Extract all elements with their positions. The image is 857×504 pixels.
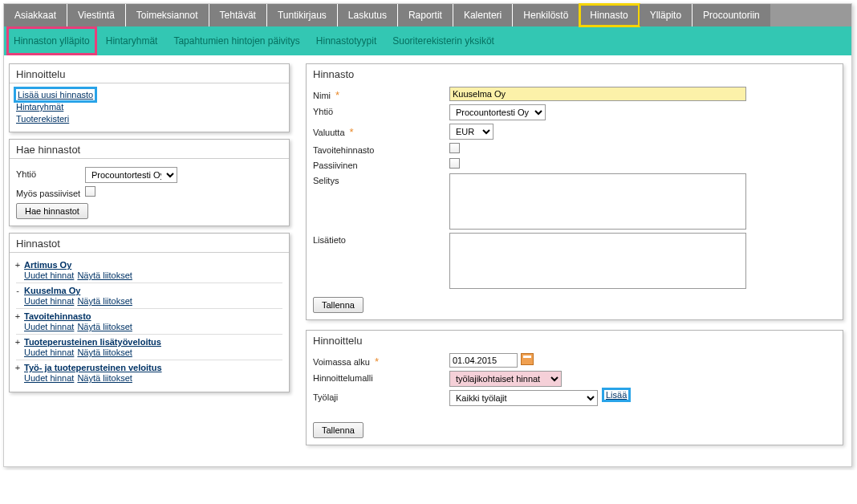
expand-toggle[interactable]: + (14, 363, 21, 372)
select-valuutta[interactable]: EUR (449, 124, 493, 140)
tab-asiakkaat[interactable]: Asiakkaat (4, 4, 67, 26)
select-tyolaji[interactable]: Kaikki työlajit (449, 390, 598, 406)
select-hinnoittelumalli[interactable]: työlajikohtaiset hinnat (449, 371, 562, 387)
textarea-selitys[interactable] (449, 173, 746, 230)
link-nayta-liitokset[interactable]: Näytä liitokset (77, 296, 132, 306)
panel-hae-hinnastot: Hae hinnastot Yhtiö Procountortesti Oy M… (9, 139, 290, 226)
textarea-lisatieto[interactable] (449, 233, 746, 289)
hinnasto-name-link[interactable]: Tavoitehinnasto (24, 311, 91, 321)
select-yhtio-right[interactable]: Procountortesti Oy (449, 104, 546, 120)
label-tyolaji: Työlaji (313, 390, 449, 402)
input-nimi[interactable] (449, 87, 746, 101)
subtab-hintaryhmat[interactable]: Hintaryhmät (101, 30, 163, 51)
tab-hinnasto[interactable]: Hinnasto (579, 4, 639, 26)
checkbox-myos-passiiviset[interactable] (85, 186, 95, 197)
hinnasto-name-link[interactable]: Tuoteperusteinen lisätyöveloitus (24, 337, 161, 347)
sub-tab-bar: Hinnaston ylläpito Hintaryhmät Tapahtumi… (4, 26, 851, 55)
btn-tallenna-1[interactable]: Tallenna (313, 297, 364, 313)
link-nayta-liitokset[interactable]: Näytä liitokset (77, 322, 132, 331)
input-voimassa-alku[interactable] (449, 353, 518, 368)
tab-kalenteri[interactable]: Kalenteri (453, 4, 513, 26)
left-column: Hinnoittelu Lisää uusi hinnasto Hintaryh… (9, 63, 290, 455)
expand-toggle[interactable]: - (14, 286, 21, 295)
hinnastot-item: +Työ- ja tuoteperusteinen veloitusUudet … (16, 360, 282, 385)
link-uudet-hinnat[interactable]: Uudet hinnat (24, 270, 74, 280)
expand-toggle[interactable]: + (14, 311, 21, 321)
hinnastot-item: +Tuoteperusteinen lisätyöveloitusUudet h… (16, 335, 282, 360)
panel-title: Hinnoittelu (10, 64, 289, 83)
btn-tallenna-2[interactable]: Tallenna (313, 422, 364, 438)
tab-tehtavat[interactable]: Tehtävät (209, 4, 267, 26)
hinnastot-item: +Artimus OyUudet hinnatNäytä liitokset (16, 258, 282, 283)
hinnastot-item: +TavoitehinnastoUudet hinnatNäytä liitok… (16, 309, 282, 335)
link-lisaa[interactable]: Lisää (604, 390, 628, 400)
panel-hinnastot-list: Hinnastot +Artimus OyUudet hinnatNäytä l… (9, 233, 290, 392)
select-yhtio[interactable]: Procountortesti Oy (85, 167, 177, 183)
subtab-suoriterekisterin-yksikot[interactable]: Suoriterekisterin yksiköt (388, 30, 499, 51)
tab-raportit[interactable]: Raportit (398, 4, 453, 26)
link-uudet-hinnat[interactable]: Uudet hinnat (24, 348, 74, 357)
link-hintaryhmat[interactable]: Hintaryhmät (16, 101, 63, 112)
label-voimassa-alku: Voimassa alku* (313, 353, 449, 368)
label-tavoitehinnasto: Tavoitehinnasto (313, 143, 449, 155)
subtab-hinnaston-yllapito[interactable]: Hinnaston ylläpito (9, 29, 95, 53)
link-lisaa-uusi-hinnasto[interactable]: Lisää uusi hinnasto (16, 89, 95, 100)
expand-toggle[interactable]: + (14, 337, 21, 347)
calendar-icon[interactable] (521, 353, 534, 365)
content-area: Hinnoittelu Lisää uusi hinnasto Hintaryh… (4, 55, 851, 466)
app-shell: Asiakkaat Viestintä Toimeksiannot Tehtäv… (3, 3, 852, 467)
panel-title: Hae hinnastot (10, 140, 289, 159)
hinnasto-name-link[interactable]: Työ- ja tuoteperusteinen veloitus (24, 363, 162, 372)
tab-yllapito[interactable]: Ylläpito (640, 4, 693, 26)
label-nimi: Nimi* (313, 87, 449, 101)
subtab-hinnastotyypit[interactable]: Hinnastotyypit (311, 30, 381, 51)
link-nayta-liitokset[interactable]: Näytä liitokset (77, 270, 132, 280)
tab-viestinta[interactable]: Viestintä (67, 4, 126, 26)
section-title: Hinnoittelu (307, 331, 843, 350)
link-uudet-hinnat[interactable]: Uudet hinnat (24, 373, 74, 383)
btn-hae-hinnastot[interactable]: Hae hinnastot (16, 203, 88, 219)
label-yhtio: Yhtiö (313, 104, 449, 116)
link-nayta-liitokset[interactable]: Näytä liitokset (77, 373, 132, 383)
label-hinnoittelumalli: Hinnoittelumalli (313, 371, 449, 383)
tab-procountoriin[interactable]: Procountoriin (693, 4, 770, 26)
label-lisatieto: Lisätieto (313, 233, 449, 245)
main-tab-bar: Asiakkaat Viestintä Toimeksiannot Tehtäv… (4, 4, 851, 26)
label-selitys: Selitys (313, 173, 449, 185)
label-yhtio: Yhtiö (16, 167, 85, 179)
link-uudet-hinnat[interactable]: Uudet hinnat (24, 322, 74, 331)
section-title: Hinnasto (307, 64, 843, 83)
section-hinnasto: Hinnasto Nimi* Yhtiö Procountortesti Oy … (306, 63, 843, 320)
link-uudet-hinnat[interactable]: Uudet hinnat (24, 296, 74, 306)
tab-tuntikirjaus[interactable]: Tuntikirjaus (267, 4, 338, 26)
tab-toimeksiannot[interactable]: Toimeksiannot (126, 4, 209, 26)
tab-laskutus[interactable]: Laskutus (338, 4, 398, 26)
label-valuutta: Valuutta* (313, 124, 449, 138)
label-passiivinen: Passiivinen (313, 158, 449, 170)
right-column: Hinnasto Nimi* Yhtiö Procountortesti Oy … (306, 63, 843, 455)
link-nayta-liitokset[interactable]: Näytä liitokset (77, 348, 132, 357)
checkbox-passiivinen[interactable] (449, 158, 460, 169)
link-tuoterekisteri[interactable]: Tuoterekisteri (16, 113, 69, 124)
hinnasto-name-link[interactable]: Kuuselma Oy (24, 286, 80, 295)
expand-toggle[interactable]: + (14, 260, 21, 270)
label-myos-passiiviset: Myös passiiviset (16, 186, 85, 198)
subtab-tapahtumien-hintojen-paivitys[interactable]: Tapahtumien hintojen päivitys (169, 30, 304, 51)
panel-hinnoittelu-links: Hinnoittelu Lisää uusi hinnasto Hintaryh… (9, 63, 290, 132)
panel-title: Hinnastot (10, 234, 289, 253)
section-hinnoittelu: Hinnoittelu Voimassa alku* Hinnoitteluma… (306, 330, 843, 445)
checkbox-tavoitehinnasto[interactable] (449, 143, 460, 153)
hinnastot-item: -Kuuselma OyUudet hinnatNäytä liitokset (16, 283, 282, 309)
tab-henkilosto[interactable]: Henkilöstö (513, 4, 579, 26)
hinnasto-name-link[interactable]: Artimus Oy (24, 260, 71, 270)
